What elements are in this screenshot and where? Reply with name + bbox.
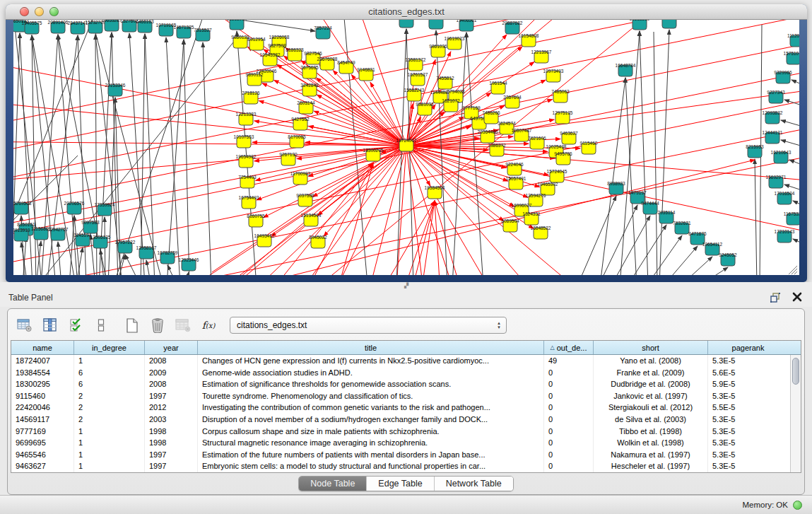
network-node[interactable]: 8089504: [501, 218, 519, 232]
table-cell[interactable]: 0: [544, 460, 594, 472]
table-cell[interactable]: 9699695: [11, 437, 74, 449]
table-cell[interactable]: Investigating the contribution of common…: [198, 402, 544, 414]
table-cell[interactable]: 1: [74, 449, 145, 461]
table-cell[interactable]: Wolkin et al. (1998): [594, 437, 708, 449]
table-cell[interactable]: 5.6E-5: [708, 367, 788, 379]
network-node[interactable]: 8170085: [288, 134, 306, 148]
network-node[interactable]: 16848522: [531, 226, 551, 239]
network-node[interactable]: 13505135: [90, 235, 111, 248]
network-node[interactable]: 10107553: [234, 134, 254, 148]
network-node[interactable]: 9890112: [246, 72, 264, 86]
table-cell[interactable]: 14569117: [11, 414, 74, 426]
table-cell[interactable]: Estimation of significance thresholds fo…: [198, 378, 544, 390]
table-cell[interactable]: Structural magnetic resonance image aver…: [198, 437, 544, 449]
network-node[interactable]: 12444131: [763, 130, 783, 144]
unselect-all-columns-icon[interactable]: [93, 317, 110, 334]
close-panel-icon[interactable]: [792, 292, 802, 302]
table-row[interactable]: 1456911722003Disruption of a novel membe…: [11, 414, 790, 426]
network-node[interactable]: 9245052: [719, 252, 737, 266]
network-node[interactable]: 19619023: [445, 36, 465, 49]
table-row[interactable]: 1938455462009Genome-wide association stu…: [11, 367, 790, 379]
table-cell[interactable]: Disruption of a novel member of a sodium…: [198, 414, 544, 426]
network-window-titlebar[interactable]: citations_edges.txt: [6, 4, 807, 20]
show-column-icon[interactable]: [42, 317, 59, 334]
select-all-columns-icon[interactable]: [67, 317, 84, 334]
table-cell[interactable]: Stergiakouli et al. (2012): [594, 402, 708, 414]
network-node[interactable]: 23676088: [317, 57, 338, 70]
table-cell[interactable]: 2008: [145, 355, 198, 367]
network-node[interactable]: 20153346: [105, 83, 126, 96]
table-cell[interactable]: de Silva et al. (2003): [594, 414, 708, 426]
network-node[interactable]: 15724045: [547, 169, 567, 182]
network-node[interactable]: 18313014: [227, 20, 247, 30]
network-node[interactable]: 1145194: [74, 233, 92, 246]
table-cell[interactable]: Changes of HCN gene expression and I(f) …: [198, 355, 544, 367]
table-cell[interactable]: 5.3E-5: [708, 437, 788, 449]
table-cell[interactable]: 6: [74, 367, 145, 379]
table-row[interactable]: 969969511998Structural magnetic resonanc…: [11, 437, 790, 449]
network-node[interactable]: 15581372: [406, 57, 426, 71]
network-node[interactable]: 20887682: [502, 21, 523, 34]
network-node[interactable]: 3675685: [300, 65, 319, 78]
network-node[interactable]: 16754493: [239, 195, 259, 209]
network-node[interactable]: 7485063: [551, 89, 570, 103]
network-node[interactable]: 8186328: [286, 47, 304, 61]
network-node[interactable]: 10543382: [260, 52, 281, 66]
function-builder-icon[interactable]: f(x): [200, 317, 217, 334]
network-node[interactable]: 9037588: [296, 193, 314, 206]
table-cell[interactable]: 9777169: [11, 426, 74, 438]
network-node[interactable]: 12093832: [763, 110, 783, 124]
network-node[interactable]: 9146821: [357, 67, 375, 81]
network-node[interactable]: 16648784: [616, 63, 636, 76]
table-cell[interactable]: 5.3E-5: [708, 460, 788, 472]
network-node[interactable]: 10533819: [630, 20, 650, 30]
network-node[interactable]: 17957222: [115, 240, 136, 253]
table-cell[interactable]: 6: [74, 378, 145, 390]
network-node[interactable]: 16154808: [519, 33, 539, 47]
table-cell[interactable]: 1998: [145, 437, 198, 449]
network-node[interactable]: 18724007: [396, 138, 417, 151]
network-canvas[interactable]: 1872400798601288912954182260589827508105…: [13, 20, 799, 275]
network-node[interactable]: 9329966: [774, 70, 792, 83]
table-cell[interactable]: Genome-wide association studies in ADHD.: [198, 367, 544, 379]
network-node[interactable]: 19384554: [425, 185, 445, 199]
network-node[interactable]: 9860128: [231, 35, 249, 48]
network-node[interactable]: 2603144: [297, 100, 315, 114]
table-cell[interactable]: 1: [74, 460, 145, 472]
network-node[interactable]: 17016504: [775, 191, 795, 204]
network-node[interactable]: 13958167: [136, 245, 157, 259]
table-cell[interactable]: Tourette syndrome. Phenomenology and cla…: [198, 390, 544, 402]
network-node[interactable]: 11700983: [290, 171, 311, 185]
table-cell[interactable]: 5.3E-5: [708, 449, 788, 461]
network-node[interactable]: 2367604: [503, 95, 522, 108]
vertical-scrollbar[interactable]: [790, 355, 801, 472]
network-node[interactable]: 9267130: [279, 152, 298, 165]
network-node[interactable]: 14671385: [174, 25, 194, 38]
network-node[interactable]: 12942757: [48, 227, 69, 240]
table-cell[interactable]: 1998: [145, 426, 198, 438]
column-header-pagerank[interactable]: pagerank: [708, 341, 788, 354]
network-node[interactable]: 7857224: [314, 25, 332, 39]
scrollbar-thumb[interactable]: [792, 358, 799, 385]
network-node[interactable]: 8160755: [247, 214, 265, 227]
tab-node-table[interactable]: Node Table: [299, 477, 366, 491]
network-node[interactable]: 15057491: [506, 176, 526, 189]
network-node[interactable]: 9224046: [505, 162, 524, 175]
table-selector-dropdown[interactable]: citations_edges.txt ▴▾: [230, 317, 507, 334]
column-header-name[interactable]: name: [11, 341, 74, 354]
table-cell[interactable]: 49: [544, 355, 594, 367]
network-node[interactable]: 20206576: [64, 201, 85, 214]
network-node[interactable]: 19405575: [22, 21, 42, 34]
network-node[interactable]: 9861036: [429, 44, 447, 57]
table-row[interactable]: 2242004622012Investigating the contribut…: [11, 402, 790, 414]
network-node[interactable]: 12923446: [179, 257, 199, 271]
table-cell[interactable]: Franke et al. (2009): [594, 367, 708, 379]
network-node[interactable]: 1621072: [442, 98, 460, 112]
table-cell[interactable]: Jankovic et al. (1997): [594, 390, 708, 402]
network-node[interactable]: 19406561: [457, 20, 477, 31]
network-node[interactable]: 8938923: [607, 181, 625, 194]
network-node[interactable]: 12213383: [236, 112, 257, 125]
column-header-title[interactable]: title: [198, 341, 544, 354]
network-node[interactable]: 9495786: [554, 151, 572, 165]
network-node[interactable]: 17359924: [95, 202, 115, 216]
